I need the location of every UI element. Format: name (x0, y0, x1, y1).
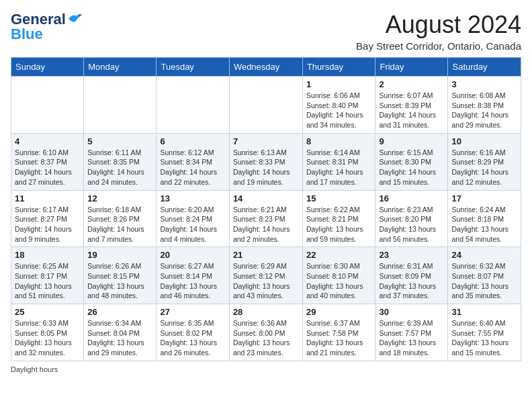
daylight-label: Daylight hours (11, 365, 58, 373)
table-row: 18Sunrise: 6:25 AM Sunset: 8:17 PM Dayli… (11, 247, 84, 304)
col-friday: Friday (375, 58, 448, 77)
day-number: 4 (15, 136, 80, 146)
day-number: 16 (379, 193, 444, 203)
day-number: 29 (306, 307, 372, 317)
table-row: 30Sunrise: 6:39 AM Sunset: 7:57 PM Dayli… (375, 304, 448, 361)
day-number: 3 (451, 79, 517, 89)
day-number: 5 (87, 136, 152, 146)
day-info: Sunrise: 6:37 AM Sunset: 7:58 PM Dayligh… (306, 318, 372, 358)
table-row: 8Sunrise: 6:14 AM Sunset: 8:31 PM Daylig… (302, 133, 375, 190)
logo-blue-text: Blue (11, 26, 43, 43)
day-number: 18 (15, 250, 80, 260)
table-row: 27Sunrise: 6:35 AM Sunset: 8:02 PM Dayli… (157, 304, 229, 361)
table-row: 23Sunrise: 6:31 AM Sunset: 8:09 PM Dayli… (375, 247, 448, 304)
day-info: Sunrise: 6:34 AM Sunset: 8:04 PM Dayligh… (87, 318, 152, 358)
day-info: Sunrise: 6:06 AM Sunset: 8:40 PM Dayligh… (306, 91, 372, 130)
table-row: 6Sunrise: 6:12 AM Sunset: 8:34 PM Daylig… (157, 133, 229, 190)
day-info: Sunrise: 6:14 AM Sunset: 8:31 PM Dayligh… (306, 148, 372, 187)
page-header: General Blue August 2024 Bay Street Corr… (11, 11, 521, 52)
table-row: 2Sunrise: 6:07 AM Sunset: 8:39 PM Daylig… (375, 77, 448, 134)
table-row: 13Sunrise: 6:20 AM Sunset: 8:24 PM Dayli… (157, 190, 229, 247)
day-info: Sunrise: 6:10 AM Sunset: 8:37 PM Dayligh… (15, 148, 80, 187)
day-info: Sunrise: 6:39 AM Sunset: 7:57 PM Dayligh… (379, 318, 444, 358)
day-number: 1 (306, 79, 372, 89)
logo: General Blue (11, 11, 82, 43)
day-info: Sunrise: 6:18 AM Sunset: 8:26 PM Dayligh… (87, 205, 152, 244)
day-info: Sunrise: 6:12 AM Sunset: 8:34 PM Dayligh… (160, 148, 225, 187)
day-info: Sunrise: 6:32 AM Sunset: 8:07 PM Dayligh… (451, 261, 517, 301)
table-row (11, 77, 84, 134)
day-number: 23 (379, 250, 444, 260)
day-number: 14 (233, 193, 299, 203)
day-info: Sunrise: 6:25 AM Sunset: 8:17 PM Dayligh… (15, 261, 80, 301)
table-row: 24Sunrise: 6:32 AM Sunset: 8:07 PM Dayli… (448, 247, 521, 304)
table-row: 26Sunrise: 6:34 AM Sunset: 8:04 PM Dayli… (84, 304, 157, 361)
table-row: 20Sunrise: 6:27 AM Sunset: 8:14 PM Dayli… (157, 247, 229, 304)
day-number: 13 (160, 193, 225, 203)
day-number: 26 (87, 307, 152, 317)
day-info: Sunrise: 6:27 AM Sunset: 8:14 PM Dayligh… (160, 261, 225, 301)
col-thursday: Thursday (302, 58, 375, 77)
day-number: 6 (160, 136, 225, 146)
day-info: Sunrise: 6:13 AM Sunset: 8:33 PM Dayligh… (233, 148, 299, 187)
day-number: 21 (233, 250, 299, 260)
table-row (229, 77, 302, 134)
day-number: 10 (451, 136, 517, 146)
table-row: 5Sunrise: 6:11 AM Sunset: 8:35 PM Daylig… (84, 133, 157, 190)
day-number: 11 (15, 193, 80, 203)
day-info: Sunrise: 6:40 AM Sunset: 7:55 PM Dayligh… (451, 318, 517, 358)
table-row: 7Sunrise: 6:13 AM Sunset: 8:33 PM Daylig… (229, 133, 302, 190)
logo-bird-icon (67, 12, 82, 24)
day-number: 22 (306, 250, 372, 260)
day-info: Sunrise: 6:26 AM Sunset: 8:15 PM Dayligh… (87, 261, 152, 301)
week-row-3: 11Sunrise: 6:17 AM Sunset: 8:27 PM Dayli… (11, 190, 521, 247)
week-row-2: 4Sunrise: 6:10 AM Sunset: 8:37 PM Daylig… (11, 133, 521, 190)
table-row (157, 77, 229, 134)
day-info: Sunrise: 6:31 AM Sunset: 8:09 PM Dayligh… (379, 261, 444, 301)
day-info: Sunrise: 6:20 AM Sunset: 8:24 PM Dayligh… (160, 205, 225, 244)
day-number: 31 (451, 307, 517, 317)
week-row-5: 25Sunrise: 6:33 AM Sunset: 8:05 PM Dayli… (11, 304, 521, 361)
day-info: Sunrise: 6:16 AM Sunset: 8:29 PM Dayligh… (451, 148, 517, 187)
day-info: Sunrise: 6:35 AM Sunset: 8:02 PM Dayligh… (160, 318, 225, 358)
day-info: Sunrise: 6:11 AM Sunset: 8:35 PM Dayligh… (87, 148, 152, 187)
table-row: 17Sunrise: 6:24 AM Sunset: 8:18 PM Dayli… (448, 190, 521, 247)
day-number: 27 (160, 307, 225, 317)
footer-daylight: Daylight hours (11, 365, 521, 373)
day-info: Sunrise: 6:22 AM Sunset: 8:21 PM Dayligh… (306, 205, 372, 244)
table-row: 16Sunrise: 6:23 AM Sunset: 8:20 PM Dayli… (375, 190, 448, 247)
calendar-title-block: August 2024 Bay Street Corridor, Ontario… (356, 11, 521, 52)
day-number: 2 (379, 79, 444, 89)
table-row: 21Sunrise: 6:29 AM Sunset: 8:12 PM Dayli… (229, 247, 302, 304)
table-row: 11Sunrise: 6:17 AM Sunset: 8:27 PM Dayli… (11, 190, 84, 247)
table-row: 4Sunrise: 6:10 AM Sunset: 8:37 PM Daylig… (11, 133, 84, 190)
table-row: 31Sunrise: 6:40 AM Sunset: 7:55 PM Dayli… (448, 304, 521, 361)
day-number: 15 (306, 193, 372, 203)
table-row: 28Sunrise: 6:36 AM Sunset: 8:00 PM Dayli… (229, 304, 302, 361)
table-row: 25Sunrise: 6:33 AM Sunset: 8:05 PM Dayli… (11, 304, 84, 361)
day-info: Sunrise: 6:17 AM Sunset: 8:27 PM Dayligh… (15, 205, 80, 244)
week-row-4: 18Sunrise: 6:25 AM Sunset: 8:17 PM Dayli… (11, 247, 521, 304)
day-number: 24 (451, 250, 517, 260)
day-info: Sunrise: 6:29 AM Sunset: 8:12 PM Dayligh… (233, 261, 299, 301)
col-monday: Monday (84, 58, 157, 77)
day-number: 19 (87, 250, 152, 260)
table-row: 22Sunrise: 6:30 AM Sunset: 8:10 PM Dayli… (302, 247, 375, 304)
col-saturday: Saturday (448, 58, 521, 77)
day-info: Sunrise: 6:23 AM Sunset: 8:20 PM Dayligh… (379, 205, 444, 244)
calendar-table: Sunday Monday Tuesday Wednesday Thursday… (11, 57, 521, 361)
table-row (84, 77, 157, 134)
table-row: 3Sunrise: 6:08 AM Sunset: 8:38 PM Daylig… (448, 77, 521, 134)
calendar-header-row: Sunday Monday Tuesday Wednesday Thursday… (11, 58, 521, 77)
day-info: Sunrise: 6:24 AM Sunset: 8:18 PM Dayligh… (451, 205, 517, 244)
day-info: Sunrise: 6:33 AM Sunset: 8:05 PM Dayligh… (15, 318, 80, 358)
table-row: 9Sunrise: 6:15 AM Sunset: 8:30 PM Daylig… (375, 133, 448, 190)
day-number: 12 (87, 193, 152, 203)
day-info: Sunrise: 6:36 AM Sunset: 8:00 PM Dayligh… (233, 318, 299, 358)
day-number: 20 (160, 250, 225, 260)
day-number: 28 (233, 307, 299, 317)
calendar-subtitle: Bay Street Corridor, Ontario, Canada (356, 40, 521, 52)
table-row: 29Sunrise: 6:37 AM Sunset: 7:58 PM Dayli… (302, 304, 375, 361)
day-info: Sunrise: 6:30 AM Sunset: 8:10 PM Dayligh… (306, 261, 372, 301)
day-number: 8 (306, 136, 372, 146)
